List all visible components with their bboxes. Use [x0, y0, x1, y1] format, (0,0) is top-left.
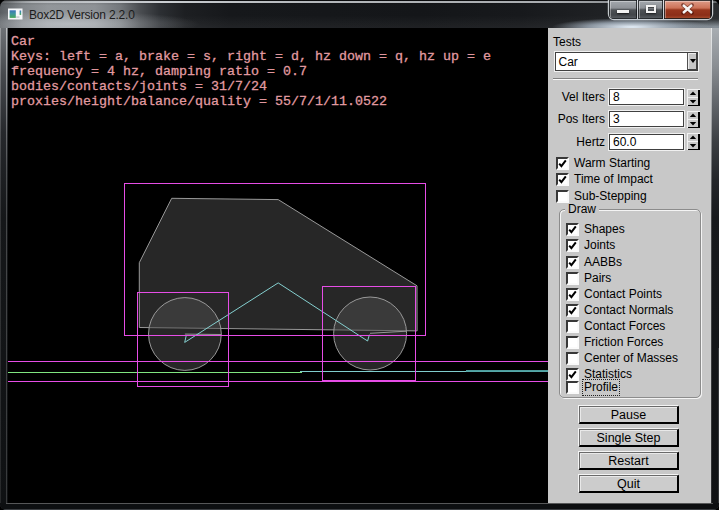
svg-text:bodies/contacts/joints = 31/7/: bodies/contacts/joints = 31/7/24 — [11, 79, 267, 94]
svg-text:Car: Car — [11, 34, 35, 49]
svg-text:proxies/height/balance/quality: proxies/height/balance/quality = 55/7/1/… — [11, 94, 387, 109]
svg-text:Keys: left = a, brake = s, rig: Keys: left = a, brake = s, right = d, hz… — [11, 49, 491, 64]
svg-text:frequency = 4 hz, damping rati: frequency = 4 hz, damping ratio = 0.7 — [11, 64, 307, 79]
